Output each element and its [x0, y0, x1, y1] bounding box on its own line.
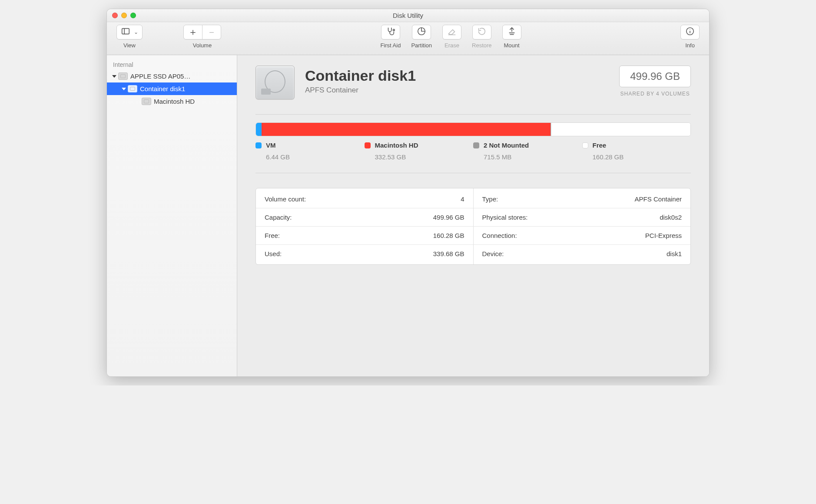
- erase-label: Erase: [444, 42, 459, 49]
- svg-point-7: [690, 29, 690, 30]
- drive-icon: [128, 85, 137, 92]
- add-volume-button[interactable]: ＋: [183, 25, 202, 40]
- detail-row: Physical stores:disk0s2: [474, 208, 691, 226]
- mount-icon: [507, 26, 517, 38]
- detail-key: Type:: [482, 195, 498, 203]
- legend-item: 2 Not Mounted715.5 MB: [473, 142, 582, 161]
- detail-value: 160.28 GB: [433, 232, 464, 239]
- detail-value: APFS Container: [635, 195, 682, 203]
- stethoscope-icon: [386, 26, 395, 38]
- svg-rect-0: [122, 28, 129, 34]
- window-title: Disk Utility: [107, 12, 709, 19]
- legend-swatch: [582, 142, 588, 148]
- first-aid-label: First Aid: [380, 42, 401, 49]
- disk-icon: [255, 66, 295, 99]
- svg-point-2: [393, 29, 395, 31]
- usage-segment: [256, 123, 262, 136]
- legend-swatch: [255, 142, 262, 148]
- first-aid-button[interactable]: [381, 25, 400, 40]
- detail-key: Connection:: [482, 232, 517, 239]
- usage-segment: [551, 123, 690, 136]
- restore-button[interactable]: [472, 25, 491, 40]
- detail-row: Type:APFS Container: [474, 190, 691, 208]
- sidebar-section-internal: Internal: [107, 59, 237, 70]
- remove-volume-button[interactable]: －: [202, 25, 221, 40]
- volume-header: Container disk1 APFS Container 499.96 GB…: [255, 66, 691, 99]
- view-button[interactable]: ⌄: [116, 25, 143, 40]
- partition-group: Partition: [411, 25, 432, 49]
- detail-row: Used:339.68 GB: [256, 244, 473, 263]
- view-label: View: [123, 42, 136, 49]
- divider: [255, 173, 691, 173]
- detail-key: Capacity:: [265, 214, 292, 221]
- disclosure-triangle-icon[interactable]: [112, 75, 116, 78]
- volume-title: Container disk1: [305, 67, 609, 84]
- drive-icon: [118, 72, 128, 80]
- detail-value: 339.68 GB: [433, 250, 464, 257]
- legend-size: 6.44 GB: [266, 153, 365, 161]
- detail-key: Physical stores:: [482, 214, 528, 221]
- sidebar-item[interactable]: APPLE SSD AP05…: [107, 70, 237, 82]
- sidebar-item[interactable]: Container disk1: [107, 82, 237, 95]
- capacity-shared-note: SHARED BY 4 VOLUMES: [619, 91, 691, 97]
- info-label: Info: [685, 42, 695, 49]
- legend-swatch: [473, 142, 479, 148]
- volume-subtitle: APFS Container: [305, 86, 609, 95]
- detail-key: Used:: [265, 250, 282, 257]
- eraser-icon: [447, 26, 457, 38]
- mount-label: Mount: [504, 42, 520, 49]
- disk-utility-window: Disk Utility ⌄ View ＋ －: [106, 9, 710, 377]
- info-button[interactable]: [680, 25, 700, 40]
- legend-item: VM6.44 GB: [255, 142, 365, 161]
- sidebar-item-label: Macintosh HD: [154, 98, 195, 105]
- restore-label: Restore: [472, 42, 492, 49]
- disclosure-triangle-icon[interactable]: [122, 88, 126, 90]
- partition-button[interactable]: [412, 25, 431, 40]
- usage-segment: [262, 123, 551, 136]
- pie-icon: [417, 26, 426, 38]
- usage-legend: VM6.44 GBMacintosh HD332.53 GB2 Not Moun…: [255, 142, 691, 161]
- erase-button[interactable]: [442, 25, 461, 40]
- details-table: Volume count:4Capacity:499.96 GBFree:160…: [255, 188, 691, 265]
- usage-bar: [255, 122, 691, 136]
- toolbar: ⌄ View ＋ － Volume: [107, 22, 709, 55]
- info-group: Info: [680, 25, 700, 49]
- sidebar-item[interactable]: Macintosh HD: [107, 95, 237, 108]
- volume-group: ＋ － Volume: [183, 25, 221, 49]
- legend-item: Free160.28 GB: [582, 142, 691, 161]
- detail-value: PCI-Express: [645, 232, 682, 239]
- legend-item: Macintosh HD332.53 GB: [365, 142, 474, 161]
- details-left-column: Volume count:4Capacity:499.96 GBFree:160…: [256, 188, 474, 264]
- divider: [255, 114, 691, 115]
- first-aid-group: First Aid: [380, 25, 401, 49]
- detail-row: Device:disk1: [474, 244, 691, 263]
- mount-button[interactable]: [502, 25, 521, 40]
- detail-value: disk1: [667, 250, 682, 257]
- legend-name: Free: [593, 142, 607, 149]
- body: Internal APPLE SSD AP05…Container disk1M…: [107, 55, 709, 376]
- main-panel: Container disk1 APFS Container 499.96 GB…: [237, 55, 709, 376]
- legend-size: 160.28 GB: [593, 153, 691, 161]
- details-right-column: Type:APFS ContainerPhysical stores:disk0…: [474, 188, 691, 264]
- sidebar-icon: [121, 26, 130, 38]
- legend-swatch: [365, 142, 371, 148]
- plus-icon: ＋: [188, 26, 198, 39]
- sidebar-item-label: Container disk1: [140, 85, 185, 92]
- detail-value: disk0s2: [660, 214, 682, 221]
- detail-value: 4: [461, 195, 464, 203]
- drive-icon: [142, 98, 151, 105]
- legend-name: 2 Not Mounted: [484, 142, 529, 149]
- view-group: ⌄ View: [116, 25, 143, 49]
- detail-row: Free:160.28 GB: [256, 226, 473, 244]
- capacity-value: 499.96 GB: [619, 66, 691, 87]
- partition-label: Partition: [411, 42, 432, 49]
- erase-group: Erase: [442, 25, 461, 49]
- detail-key: Volume count:: [265, 195, 306, 203]
- restore-icon: [477, 26, 487, 38]
- legend-name: VM: [266, 142, 276, 149]
- mount-group: Mount: [502, 25, 521, 49]
- info-icon: [685, 26, 695, 38]
- detail-key: Free:: [265, 232, 280, 239]
- detail-row: Volume count:4: [256, 190, 473, 208]
- volume-label: Volume: [193, 42, 212, 49]
